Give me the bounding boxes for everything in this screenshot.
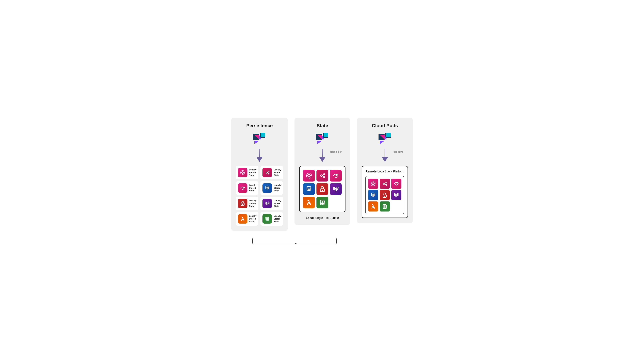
state-bundle-box — [299, 166, 346, 212]
svg-point-39 — [322, 190, 323, 191]
sf-remote — [368, 179, 378, 189]
s3-icon-1 — [262, 214, 272, 224]
list-item: LocallyStoredState — [236, 212, 258, 226]
eventbridge-icon-1 — [262, 168, 272, 177]
persistence-title: Persistence — [246, 123, 273, 128]
state-arrow: state export — [319, 149, 325, 162]
svg-point-30 — [321, 175, 322, 177]
bottom-brace — [244, 238, 345, 244]
service-label: LocallyStoredState — [249, 168, 256, 177]
list-item: LocallyStoredState — [260, 181, 283, 195]
sec-remote — [380, 190, 390, 200]
service-label: LocallyStoredState — [249, 215, 256, 223]
eb-icon-bundle — [316, 170, 328, 182]
secrets-icon-1 — [238, 199, 247, 208]
kin-icon-bundle — [330, 183, 342, 195]
cloudwatch-icon-1 — [238, 183, 247, 193]
service-label: LocallyStoredState — [249, 184, 256, 192]
persistence-panel: Persistence — [231, 118, 288, 231]
state-logo — [316, 132, 329, 145]
svg-point-18 — [242, 204, 243, 205]
remote-platform-title: Remote LocalStack Platform — [366, 170, 404, 173]
cloud-pods-arrow: pod save — [382, 149, 388, 162]
lambda-icon-1 — [238, 214, 247, 224]
ddb-icon-bundle — [303, 183, 315, 195]
ddb-remote — [368, 190, 378, 200]
svg-point-60 — [384, 196, 385, 196]
svg-line-54 — [385, 183, 386, 184]
lam-icon-bundle — [303, 197, 315, 208]
cw-remote — [391, 179, 401, 189]
kin-remote — [391, 190, 401, 200]
svg-rect-23 — [324, 133, 328, 137]
list-item: LocallyStoredState — [260, 212, 283, 226]
svg-line-12 — [267, 173, 268, 174]
diagram-container: Persistence — [231, 118, 413, 244]
lam-remote — [368, 201, 378, 212]
kinesis-icon-1 — [262, 199, 272, 208]
svg-point-31 — [324, 174, 325, 175]
state-panel: State state export — [294, 118, 350, 225]
svg-point-28 — [308, 174, 310, 177]
dynamodb-icon-1 — [262, 183, 272, 193]
svg-marker-47 — [380, 141, 384, 144]
cloud-pods-title: Cloud Pods — [372, 123, 398, 128]
svg-point-53 — [386, 185, 387, 186]
svg-point-51 — [383, 183, 385, 185]
persistence-logo — [253, 132, 266, 145]
svg-point-8 — [266, 172, 267, 173]
remote-inner-grid — [366, 176, 404, 214]
svg-point-10 — [268, 173, 269, 174]
svg-point-6 — [242, 172, 244, 173]
list-item: LocallyStoredState — [236, 166, 258, 179]
list-item: LocallyStoredState — [236, 197, 258, 210]
eb-remote — [380, 179, 390, 189]
svg-marker-26 — [317, 141, 322, 144]
svg-point-9 — [268, 171, 269, 172]
persistence-arrow — [256, 149, 262, 162]
step-functions-icon-1 — [238, 168, 247, 177]
service-label: LocallyStoredState — [274, 215, 281, 223]
sf-icon-bundle — [303, 170, 315, 182]
svg-point-52 — [386, 182, 387, 183]
svg-marker-4 — [254, 141, 259, 144]
s3-remote — [380, 201, 390, 212]
svg-line-55 — [385, 184, 386, 185]
service-label: LocallyStoredState — [274, 184, 281, 192]
cloud-pods-logo — [378, 132, 392, 145]
pod-save-label: pod save — [394, 150, 403, 153]
service-label: LocallyStoredState — [274, 199, 281, 208]
s3-icon-bundle — [316, 197, 328, 208]
list-item: LocallyStoredState — [260, 166, 283, 179]
state-title: State — [317, 123, 328, 128]
cloud-pods-panel: Cloud Pods pod save Remote LocalStack Pl… — [357, 118, 413, 223]
svg-point-49 — [372, 183, 374, 185]
svg-point-32 — [324, 176, 325, 178]
svg-rect-44 — [386, 133, 390, 137]
svg-rect-1 — [261, 133, 265, 137]
state-export-label: state export — [330, 150, 342, 153]
sec-icon-bundle — [316, 183, 328, 195]
svg-line-34 — [322, 176, 324, 177]
service-label: LocallyStoredState — [249, 199, 256, 208]
persistence-service-grid: LocallyStoredState LocallyStoredState — [236, 166, 283, 226]
list-item: LocallyStoredState — [236, 181, 258, 195]
remote-platform-box: Remote LocalStack Platform — [362, 166, 408, 218]
list-item: LocallyStoredState — [260, 197, 283, 210]
cw-icon-bundle — [330, 170, 342, 182]
bundle-caption: Local Single File Bundle — [306, 216, 339, 220]
service-label: LocallyStoredState — [274, 168, 281, 177]
